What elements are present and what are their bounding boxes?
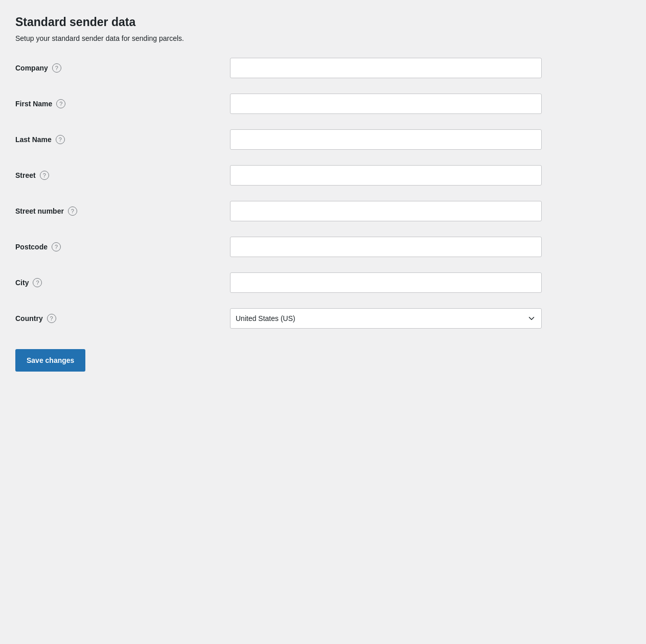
help-icon-first-name[interactable]: ? bbox=[56, 99, 65, 108]
label-last-name: Last Name bbox=[15, 135, 52, 144]
input-last-name[interactable] bbox=[230, 129, 542, 150]
label-group-first-name: First Name? bbox=[15, 99, 230, 108]
form-row-country: Country ? United States (US)United Kingd… bbox=[15, 308, 629, 329]
label-group-postcode: Postcode? bbox=[15, 242, 230, 251]
label-group-street-number: Street number? bbox=[15, 206, 230, 216]
label-first-name: First Name bbox=[15, 100, 52, 108]
input-city[interactable] bbox=[230, 272, 542, 293]
input-first-name[interactable] bbox=[230, 94, 542, 114]
help-icon-street[interactable]: ? bbox=[40, 171, 49, 180]
label-company: Company bbox=[15, 64, 48, 72]
help-icon-last-name[interactable]: ? bbox=[56, 135, 65, 144]
help-icon-street-number[interactable]: ? bbox=[68, 206, 77, 216]
form-row-company: Company? bbox=[15, 58, 629, 78]
form-row-last-name: Last Name? bbox=[15, 129, 629, 150]
label-group-street: Street? bbox=[15, 171, 230, 180]
input-street-number[interactable] bbox=[230, 201, 542, 221]
label-country: Country bbox=[15, 314, 43, 323]
input-postcode[interactable] bbox=[230, 237, 542, 257]
label-group-country: Country ? bbox=[15, 314, 230, 323]
help-icon-city[interactable]: ? bbox=[33, 278, 42, 287]
form-row-first-name: First Name? bbox=[15, 94, 629, 114]
help-icon-company[interactable]: ? bbox=[52, 63, 61, 73]
label-street: Street bbox=[15, 171, 36, 179]
label-postcode: Postcode bbox=[15, 243, 48, 251]
label-group-company: Company? bbox=[15, 63, 230, 73]
input-company[interactable] bbox=[230, 58, 542, 78]
save-changes-button[interactable]: Save changes bbox=[15, 349, 85, 372]
help-icon-country[interactable]: ? bbox=[47, 314, 56, 323]
label-group-last-name: Last Name? bbox=[15, 135, 230, 144]
form-container: Company?First Name?Last Name?Street?Stre… bbox=[15, 58, 629, 372]
help-icon-postcode[interactable]: ? bbox=[52, 242, 61, 251]
page-container: Standard sender data Setup your standard… bbox=[15, 15, 629, 372]
label-street-number: Street number bbox=[15, 207, 64, 215]
form-row-city: City? bbox=[15, 272, 629, 293]
input-street[interactable] bbox=[230, 165, 542, 186]
form-row-postcode: Postcode? bbox=[15, 237, 629, 257]
label-group-city: City? bbox=[15, 278, 230, 287]
form-row-street: Street? bbox=[15, 165, 629, 186]
label-city: City bbox=[15, 279, 29, 287]
country-select[interactable]: United States (US)United Kingdom (UK)Can… bbox=[230, 308, 542, 329]
form-row-street-number: Street number? bbox=[15, 201, 629, 221]
page-title: Standard sender data bbox=[15, 15, 629, 29]
page-description: Setup your standard sender data for send… bbox=[15, 34, 629, 42]
